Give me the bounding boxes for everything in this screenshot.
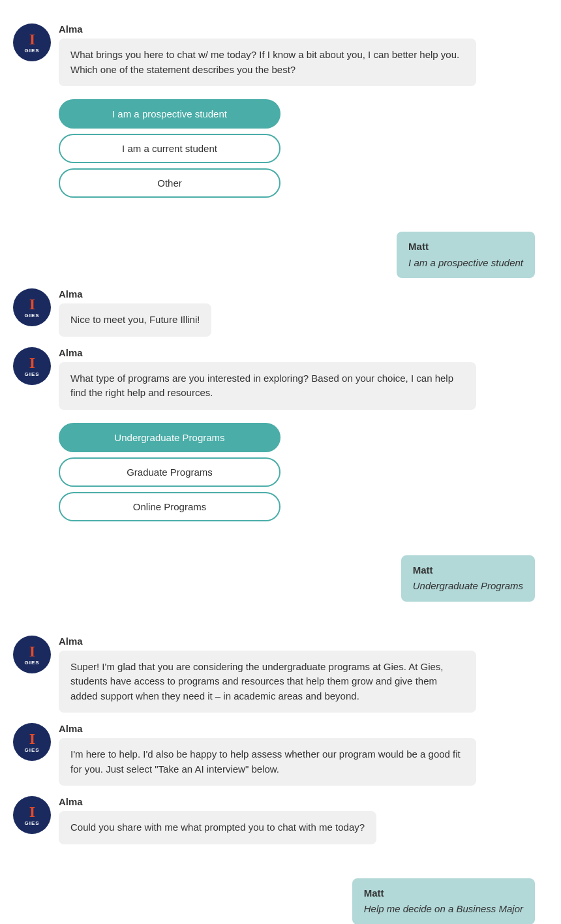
alma-bubble-area-6: Alma Could you share with me what prompt… bbox=[59, 796, 376, 844]
choices-group-1: I am a prospective student I am a curren… bbox=[59, 99, 548, 198]
alma-bubble-area-2: Alma Nice to meet you, Future Illini! bbox=[59, 288, 211, 337]
avatar-letter-4: I bbox=[29, 643, 35, 659]
matt-message-1: Matt I am a prospective student bbox=[13, 232, 548, 278]
choice-current-student[interactable]: I am a current student bbox=[59, 134, 280, 163]
alma-avatar-5: I GIES bbox=[13, 723, 51, 761]
matt-text-3: Help me decide on a Business Major bbox=[364, 902, 523, 917]
avatar-letter-6: I bbox=[29, 804, 35, 820]
spacer-1 bbox=[13, 208, 548, 221]
matt-bubble-3: Matt Help me decide on a Business Major bbox=[352, 878, 535, 925]
alma-avatar-4: I GIES bbox=[13, 636, 51, 673]
chat-container: I GIES Alma What brings you here to chat… bbox=[0, 13, 561, 924]
avatar-subtitle-3: GIES bbox=[24, 371, 39, 377]
matt-message-2: Matt Undergraduate Programs bbox=[13, 555, 548, 602]
alma-name-3: Alma bbox=[59, 347, 476, 358]
spacer-2 bbox=[13, 532, 548, 545]
alma-text-6: Could you share with me what prompted yo… bbox=[59, 811, 376, 844]
spacer-4 bbox=[13, 855, 548, 868]
alma-name-4: Alma bbox=[59, 636, 476, 647]
avatar-letter-3: I bbox=[29, 355, 35, 371]
alma-text-5: I'm here to help. I'd also be happy to h… bbox=[59, 738, 476, 786]
avatar-subtitle-5: GIES bbox=[24, 747, 39, 753]
matt-bubble-area-1: Matt I am a prospective student bbox=[397, 232, 535, 278]
alma-text-3: What type of programs are you interested… bbox=[59, 362, 476, 410]
alma-name-1: Alma bbox=[59, 23, 476, 35]
alma-bubble-area-1: Alma What brings you here to chat w/ me … bbox=[59, 23, 476, 86]
alma-avatar: I GIES bbox=[13, 23, 51, 61]
matt-name-2: Matt bbox=[413, 563, 523, 578]
matt-bubble-2: Matt Undergraduate Programs bbox=[401, 555, 535, 602]
matt-bubble-area-2: Matt Undergraduate Programs bbox=[401, 555, 535, 602]
alma-bubble-area-3: Alma What type of programs are you inter… bbox=[59, 347, 476, 410]
spacer-3 bbox=[13, 612, 548, 625]
matt-text-2: Undergraduate Programs bbox=[413, 579, 523, 594]
choice-prospective-student[interactable]: I am a prospective student bbox=[59, 99, 280, 129]
alma-message-1: I GIES Alma What brings you here to chat… bbox=[13, 23, 548, 86]
alma-message-4: I GIES Alma Super! I'm glad that you are… bbox=[13, 636, 548, 713]
matt-bubble-area-3: Matt Help me decide on a Business Major bbox=[352, 878, 535, 925]
choice-online[interactable]: Online Programs bbox=[59, 492, 280, 521]
matt-name-3: Matt bbox=[364, 886, 523, 901]
alma-text-1: What brings you here to chat w/ me today… bbox=[59, 38, 476, 86]
avatar-letter-5: I bbox=[29, 731, 35, 747]
alma-bubble-area-4: Alma Super! I'm glad that you are consid… bbox=[59, 636, 476, 713]
choices-group-2: Undergraduate Programs Graduate Programs… bbox=[59, 423, 548, 521]
alma-message-3: I GIES Alma What type of programs are yo… bbox=[13, 347, 548, 410]
alma-avatar-2: I GIES bbox=[13, 288, 51, 326]
alma-text-4: Super! I'm glad that you are considering… bbox=[59, 651, 476, 713]
alma-message-6: I GIES Alma Could you share with me what… bbox=[13, 796, 548, 844]
alma-avatar-3: I GIES bbox=[13, 347, 51, 385]
alma-name-2: Alma bbox=[59, 288, 211, 300]
alma-message-5: I GIES Alma I'm here to help. I'd also b… bbox=[13, 723, 548, 786]
matt-bubble-1: Matt I am a prospective student bbox=[397, 232, 535, 278]
avatar-subtitle-4: GIES bbox=[24, 660, 39, 666]
avatar-letter: I bbox=[29, 31, 35, 47]
choice-other[interactable]: Other bbox=[59, 168, 280, 198]
avatar-subtitle-6: GIES bbox=[24, 820, 39, 826]
alma-text-2: Nice to meet you, Future Illini! bbox=[59, 303, 211, 337]
avatar-subtitle: GIES bbox=[24, 48, 39, 54]
matt-message-3: Matt Help me decide on a Business Major bbox=[13, 878, 548, 925]
avatar-subtitle-2: GIES bbox=[24, 313, 39, 318]
alma-name-6: Alma bbox=[59, 796, 376, 807]
avatar-letter-2: I bbox=[29, 296, 35, 312]
alma-message-2: I GIES Alma Nice to meet you, Future Ill… bbox=[13, 288, 548, 337]
alma-bubble-area-5: Alma I'm here to help. I'd also be happy… bbox=[59, 723, 476, 786]
alma-name-5: Alma bbox=[59, 723, 476, 734]
matt-text-1: I am a prospective student bbox=[408, 256, 523, 271]
alma-avatar-6: I GIES bbox=[13, 796, 51, 834]
matt-name-1: Matt bbox=[408, 239, 523, 254]
choice-graduate[interactable]: Graduate Programs bbox=[59, 457, 280, 487]
choice-undergraduate[interactable]: Undergraduate Programs bbox=[59, 423, 280, 452]
